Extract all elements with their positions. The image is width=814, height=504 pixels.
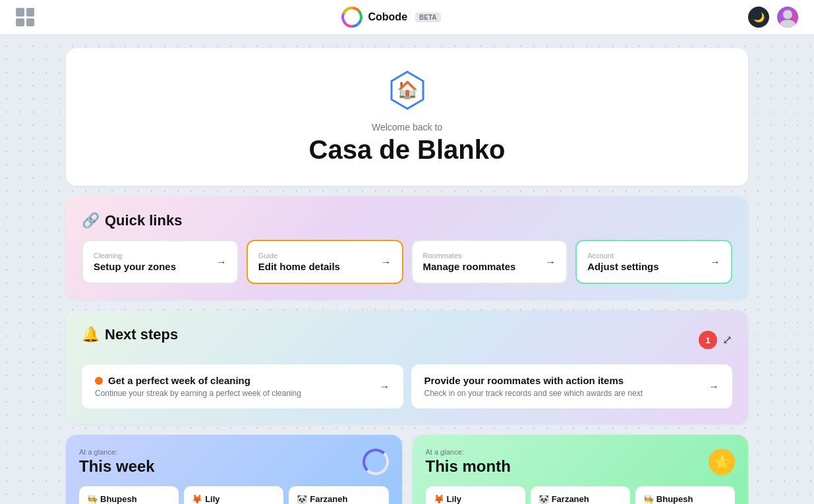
- quick-link-cleaning[interactable]: Cleaning Setup your zones →: [82, 240, 239, 284]
- roommate-card-bhupesh-month: 🧑‍🍳 Bhupesh Main bathroom Upstairs bathr…: [635, 486, 735, 504]
- roommate-name: 🦊 Lily: [192, 494, 276, 504]
- quick-link-content: Guide Edit home details: [258, 252, 340, 272]
- glance-month-info: At a glance: This month: [426, 448, 511, 476]
- next-steps-grid: Get a perfect week of cleaning Continue …: [82, 364, 732, 408]
- bell-icon: 🔔: [82, 326, 100, 343]
- next-step-content: Provide your roommates with action items…: [424, 375, 643, 398]
- header: Cobode BETA 🌙: [0, 0, 814, 35]
- quick-link-label: Cleaning: [94, 252, 176, 260]
- svg-point-1: [783, 10, 792, 19]
- roommate-name: 🦊 Lily: [434, 494, 517, 504]
- roommate-emoji: 🧑‍🍳: [643, 494, 654, 504]
- next-steps-controls: 1 ⤢: [699, 331, 732, 349]
- welcome-subtitle: Welcome back to: [82, 122, 732, 132]
- arrow-right-icon: →: [710, 256, 720, 268]
- quick-link-title: Adjust settings: [587, 261, 658, 272]
- quick-links-title: 🔗 Quick links: [82, 212, 732, 229]
- welcome-title: Casa de Blanko: [82, 135, 732, 165]
- expand-icon[interactable]: ⤢: [722, 333, 732, 347]
- arrow-right-icon: →: [381, 256, 392, 268]
- glance-grid: At a glance: This week 🧑‍🍳 Bhupesh Kitch…: [66, 435, 748, 504]
- grid-cell: [16, 8, 24, 16]
- quick-link-label: Guide: [258, 252, 340, 260]
- this-week-card: At a glance: This week 🧑‍🍳 Bhupesh Kitch…: [66, 435, 402, 504]
- next-step-title: Get a perfect week of cleaning: [95, 375, 301, 386]
- roommate-card-farzaneh-month: 🐼 Farzaneh Downstairs lounge Utility roo…: [531, 486, 630, 504]
- quick-link-title: Setup your zones: [94, 261, 176, 272]
- next-step-roommates[interactable]: Provide your roommates with action items…: [411, 364, 733, 408]
- roommate-emoji: 🦊: [434, 494, 444, 504]
- app-logo: Cobode BETA: [341, 7, 440, 28]
- moon-icon: 🌙: [753, 12, 765, 22]
- roommate-emoji: 🧑‍🍳: [87, 494, 98, 504]
- next-steps-header: 🔔 Next steps 1 ⤢: [82, 326, 732, 354]
- glance-week-label: At a glance:: [79, 448, 155, 456]
- header-actions: 🌙: [748, 7, 798, 28]
- glance-month-title: This month: [426, 457, 511, 476]
- roommate-card-bhupesh: 🧑‍🍳 Bhupesh Kitchen surfaces Back yard K…: [79, 486, 179, 504]
- next-step-title: Provide your roommates with action items: [424, 375, 643, 386]
- app-name: Cobode: [368, 11, 407, 23]
- next-step-content: Get a perfect week of cleaning Continue …: [95, 375, 301, 398]
- logo-icon: [341, 7, 363, 28]
- this-month-card: At a glance: This month ⭐ 🦊 Lily Kitchen…: [413, 435, 749, 504]
- glance-week-info: At a glance: This week: [79, 448, 155, 476]
- next-step-cleaning[interactable]: Get a perfect week of cleaning Continue …: [82, 364, 403, 408]
- quick-links-card: 🔗 Quick links Cleaning Setup your zones …: [66, 196, 748, 300]
- month-roommate-grid: 🦊 Lily Kitchen surfaces Back yard Kitche…: [426, 486, 736, 504]
- quick-link-account[interactable]: Account Adjust settings →: [575, 240, 732, 284]
- svg-text:🏠: 🏠: [397, 79, 419, 100]
- house-hexagon-icon: 🏠: [386, 69, 428, 111]
- roommate-emoji: 🐼: [297, 494, 307, 504]
- quick-link-label: Roommates: [423, 252, 516, 260]
- status-dot: [95, 377, 103, 385]
- dark-mode-toggle[interactable]: 🌙: [748, 7, 769, 28]
- spinner-icon: [363, 449, 389, 475]
- apps-grid-button[interactable]: [16, 8, 34, 26]
- roommate-name: 🐼 Farzaneh: [297, 494, 380, 504]
- quick-links-grid: Cleaning Setup your zones → Guide Edit h…: [82, 240, 732, 284]
- arrow-right-icon: →: [709, 381, 719, 393]
- quick-link-title: Edit home details: [258, 261, 340, 272]
- main-content: 🏠 Welcome back to Casa de Blanko 🔗 Quick…: [0, 35, 814, 504]
- roommate-card-lily-month: 🦊 Lily Kitchen surfaces Back yard Kitche…: [426, 486, 525, 504]
- quick-link-content: Cleaning Setup your zones: [94, 252, 176, 272]
- glance-month-label: At a glance:: [426, 448, 511, 456]
- arrow-right-icon: →: [545, 256, 556, 268]
- glance-month-header: At a glance: This month ⭐: [426, 448, 736, 476]
- grid-cell: [16, 18, 24, 27]
- week-roommate-grid: 🧑‍🍳 Bhupesh Kitchen surfaces Back yard K…: [79, 486, 389, 504]
- quick-link-content: Roommates Manage roommates: [423, 252, 516, 272]
- home-icon: 🏠: [82, 69, 732, 114]
- roommate-card-lily: 🦊 Lily Downstairs lounge Utility room En…: [184, 486, 283, 504]
- beta-badge: BETA: [415, 13, 440, 22]
- roommate-name: 🧑‍🍳 Bhupesh: [643, 494, 727, 504]
- next-steps-title: 🔔 Next steps: [82, 326, 178, 343]
- arrow-right-icon: →: [380, 381, 390, 393]
- next-steps-card: 🔔 Next steps 1 ⤢ Get a perfect week of c…: [66, 310, 748, 424]
- next-step-description: Continue your streak by earning a perfec…: [95, 389, 301, 398]
- next-step-description: Check in on your track records and see w…: [424, 389, 643, 398]
- quick-link-title: Manage roommates: [423, 261, 516, 272]
- grid-cell: [26, 18, 35, 27]
- roommate-emoji: 🐼: [538, 494, 549, 504]
- link-icon: 🔗: [82, 212, 100, 229]
- notification-badge: 1: [699, 331, 717, 349]
- roommate-emoji: 🦊: [192, 494, 202, 504]
- quick-link-guide[interactable]: Guide Edit home details →: [247, 240, 403, 284]
- quick-link-content: Account Adjust settings: [587, 252, 658, 272]
- user-avatar[interactable]: [777, 7, 798, 28]
- roommate-card-farzaneh: 🐼 Farzaneh Main bathroom Upstairs bathro…: [289, 486, 388, 504]
- grid-cell: [26, 8, 35, 16]
- glance-week-title: This week: [79, 457, 155, 476]
- glance-week-header: At a glance: This week: [79, 448, 389, 476]
- star-icon: ⭐: [709, 449, 735, 475]
- quick-link-roommates[interactable]: Roommates Manage roommates →: [411, 240, 568, 284]
- quick-link-label: Account: [587, 252, 658, 260]
- svg-point-2: [780, 20, 796, 28]
- arrow-right-icon: →: [216, 256, 227, 268]
- welcome-card: 🏠 Welcome back to Casa de Blanko: [66, 48, 748, 186]
- roommate-name: 🐼 Farzaneh: [538, 494, 622, 504]
- roommate-name: 🧑‍🍳 Bhupesh: [87, 494, 171, 504]
